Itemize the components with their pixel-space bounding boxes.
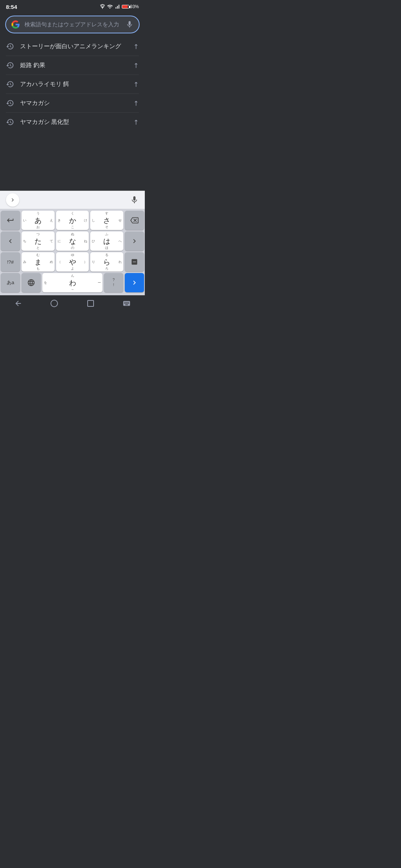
wifi-icon (107, 4, 113, 10)
history-icon-2 (6, 61, 14, 69)
keyboard-expand-button[interactable] (6, 193, 19, 207)
suggestion-item-3[interactable]: アカハライモリ 餌 ↗ (0, 75, 145, 93)
suggestion-text-4: ヤマカガシ (20, 99, 127, 107)
keyboard-main: う い え お あ く き け こ か す (0, 209, 145, 295)
suggestion-item-2[interactable]: 姫路 釣果 ↗ (0, 56, 145, 75)
arrow-icon-1: ↗ (131, 42, 141, 51)
suggestion-text-3: アカハライモリ 餌 (20, 80, 127, 88)
key-left-arrow[interactable] (1, 231, 20, 251)
keyboard-row-3: !?# む み め も ま ゆ （ ） よ や (1, 252, 144, 272)
keyboard-toolbar (0, 191, 145, 209)
nav-back-button[interactable] (9, 298, 27, 309)
status-icons: 93% (100, 4, 139, 10)
key-kana-label: あa (7, 279, 14, 286)
battery-text: 93% (130, 4, 139, 9)
key-ra[interactable]: る り れ ろ ら (90, 252, 123, 272)
key-enter[interactable] (125, 273, 144, 292)
battery-indicator: 93% (122, 4, 139, 9)
suggestion-text-2: 姫路 釣果 (20, 62, 127, 69)
arrow-icon-5: ↗ (131, 117, 141, 127)
key-return[interactable] (1, 211, 20, 230)
key-wa[interactable]: ん を ー ～ わ (42, 273, 102, 292)
suggestions-list: ストーリーが面白いアニメランキング ↗ 姫路 釣果 ↗ アカハライモリ 餌 ↗ … (0, 37, 145, 131)
nav-recents-button[interactable] (82, 298, 100, 309)
key-ma[interactable]: む み め も ま (22, 252, 55, 272)
key-punct[interactable]: ? ！ (104, 273, 123, 292)
history-icon-4 (6, 99, 14, 107)
key-kana-abc[interactable]: あa (1, 273, 20, 292)
key-right-arrow[interactable] (125, 231, 144, 251)
arrow-icon-2: ↗ (131, 60, 141, 70)
history-icon-3 (6, 80, 14, 88)
alarm-icon (100, 4, 105, 10)
keyboard-row-4: あa ん を ー ～ わ ? (1, 273, 144, 292)
key-ka[interactable]: く き け こ か (56, 211, 89, 230)
history-icon-5 (6, 118, 14, 126)
key-na[interactable]: ぬ に ね の な (56, 231, 89, 251)
google-logo (11, 20, 20, 29)
nav-bar (0, 295, 145, 313)
key-ya[interactable]: ゆ （ ） よ や (56, 252, 89, 272)
suggestion-text-1: ストーリーが面白いアニメランキング (20, 43, 127, 50)
keyboard-row-2: つ ち て と た ぬ に ね の な ふ (1, 231, 144, 251)
key-sa[interactable]: す し せ そ さ (90, 211, 123, 230)
key-symbol[interactable]: !?# (1, 252, 20, 272)
keyboard-mic-button[interactable] (130, 195, 139, 204)
key-ha[interactable]: ふ ひ へ ほ は (90, 231, 123, 251)
arrow-icon-4: ↗ (131, 98, 141, 108)
mic-icon[interactable] (125, 20, 134, 29)
suggestion-item-5[interactable]: ヤマカガシ 黒化型 ↗ (0, 113, 145, 131)
search-area: 検索語句またはウェブアドレスを入力 (0, 12, 145, 37)
suggestion-item-1[interactable]: ストーリーが面白いアニメランキング ↗ (0, 37, 145, 56)
key-language[interactable] (22, 273, 41, 292)
key-ta[interactable]: つ ち て と た (22, 231, 55, 251)
history-icon-1 (6, 42, 14, 50)
search-bar[interactable]: 検索語句またはウェブアドレスを入力 (5, 16, 140, 33)
status-bar: 8:54 93% (0, 0, 145, 12)
key-a[interactable]: う い え お あ (22, 211, 55, 230)
suggestion-text-5: ヤマカガシ 黒化型 (20, 118, 127, 126)
signal-icon (114, 4, 120, 10)
key-symbol-label: !?# (7, 259, 14, 265)
key-newline[interactable] (125, 252, 144, 272)
arrow-icon-3: ↗ (131, 79, 141, 89)
status-time: 8:54 (6, 4, 17, 10)
keyboard-area: う い え お あ く き け こ か す (0, 191, 145, 313)
search-input[interactable]: 検索語句またはウェブアドレスを入力 (25, 21, 121, 28)
nav-keyboard-button[interactable] (118, 298, 136, 309)
keyboard-row-1: う い え お あ く き け こ か す (1, 211, 144, 230)
nav-home-button[interactable] (45, 298, 63, 309)
suggestion-item-4[interactable]: ヤマカガシ ↗ (0, 94, 145, 112)
key-delete[interactable] (125, 211, 144, 230)
